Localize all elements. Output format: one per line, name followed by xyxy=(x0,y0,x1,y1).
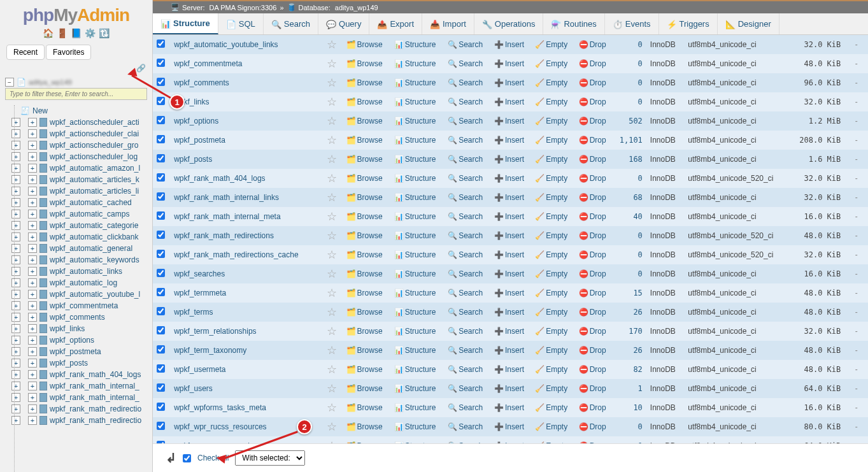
tree-table-item[interactable]: ++wpkf_posts xyxy=(4,357,152,369)
expand-icon[interactable]: + xyxy=(11,404,20,413)
favorite-star[interactable]: ☆ xyxy=(327,38,337,51)
search-action[interactable]: 🔍Search xyxy=(448,40,483,49)
row-checkbox[interactable] xyxy=(157,269,165,277)
row-checkbox[interactable] xyxy=(157,364,165,373)
table-name[interactable]: wpkf_wpforms_tasks_meta xyxy=(174,403,266,412)
drop-action[interactable]: ⛔Drop xyxy=(579,403,606,412)
tree-table-item[interactable]: ++wpkf_automatic_youtube_l xyxy=(4,289,152,300)
structure-action[interactable]: 📊Structure xyxy=(394,136,436,145)
tab-search[interactable]: 🔍Search xyxy=(264,13,318,34)
search-action[interactable]: 🔍Search xyxy=(448,212,483,221)
browse-action[interactable]: 🗂️Browse xyxy=(346,174,383,183)
expand-icon[interactable]: + xyxy=(11,336,20,345)
nav-tree[interactable]: 🧾New ++wpkf_actionscheduler_acti++wpkf_a… xyxy=(0,105,152,472)
table-name[interactable]: wpkf_term_taxonomy xyxy=(174,346,246,355)
tab-structure[interactable]: 📊Structure xyxy=(153,13,218,34)
tab-sql[interactable]: 📄SQL xyxy=(218,13,264,34)
expand-icon[interactable]: + xyxy=(28,370,37,379)
favorite-star[interactable]: ☆ xyxy=(327,57,337,70)
docs-icon[interactable]: 📘 xyxy=(71,28,82,39)
expand-icon[interactable]: + xyxy=(11,359,20,368)
browse-action[interactable]: 🗂️Browse xyxy=(346,193,383,202)
browse-action[interactable]: 🗂️Browse xyxy=(346,346,383,355)
expand-icon[interactable]: + xyxy=(28,141,37,150)
favorite-star[interactable]: ☆ xyxy=(327,401,337,414)
check-all-label[interactable]: Check all xyxy=(197,454,229,462)
favorite-star[interactable]: ☆ xyxy=(327,382,337,395)
expand-icon[interactable]: + xyxy=(11,393,20,402)
favorite-star[interactable]: ☆ xyxy=(327,420,337,433)
browse-action[interactable]: 🗂️Browse xyxy=(346,136,383,145)
drop-action[interactable]: ⛔Drop xyxy=(579,346,606,355)
structure-action[interactable]: 📊Structure xyxy=(394,59,436,68)
expand-icon[interactable]: + xyxy=(11,347,20,356)
structure-action[interactable]: 📊Structure xyxy=(394,40,436,49)
tree-table-item[interactable]: ++wpkf_rank_math_internal_ xyxy=(4,380,152,392)
table-name[interactable]: wpkf_usermeta xyxy=(174,365,225,374)
home-icon[interactable]: 🏠 xyxy=(43,28,54,39)
favorite-star[interactable]: ☆ xyxy=(327,344,337,357)
tree-table-item[interactable]: ++wpkf_commentmeta xyxy=(4,300,152,311)
insert-action[interactable]: ➕Insert xyxy=(494,231,524,240)
tree-table-item[interactable]: ++wpkf_rank_math_internal_ xyxy=(4,392,152,403)
drop-action[interactable]: ⛔Drop xyxy=(579,269,606,278)
expand-icon[interactable]: + xyxy=(28,267,37,276)
row-checkbox[interactable] xyxy=(157,288,165,296)
expand-icon[interactable]: + xyxy=(11,221,20,230)
table-name[interactable]: wpkf_rank_math_internal_meta xyxy=(174,212,280,221)
expand-icon[interactable]: + xyxy=(11,416,20,425)
insert-action[interactable]: ➕Insert xyxy=(494,59,524,68)
favorites-tab[interactable]: Favorites xyxy=(46,45,91,60)
favorite-star[interactable]: ☆ xyxy=(327,287,337,299)
row-checkbox[interactable] xyxy=(157,250,165,258)
row-checkbox[interactable] xyxy=(157,192,165,201)
expand-icon[interactable]: + xyxy=(28,232,37,241)
expand-icon[interactable]: + xyxy=(11,255,20,264)
insert-action[interactable]: ➕Insert xyxy=(494,384,524,393)
row-checkbox[interactable] xyxy=(157,39,165,48)
row-checkbox[interactable] xyxy=(157,383,165,392)
expand-icon[interactable]: + xyxy=(11,370,20,379)
browse-action[interactable]: 🗂️Browse xyxy=(346,40,383,49)
row-checkbox[interactable] xyxy=(157,345,165,354)
favorite-star[interactable]: ☆ xyxy=(327,268,337,280)
drop-action[interactable]: ⛔Drop xyxy=(579,136,606,145)
expand-icon[interactable]: + xyxy=(11,141,20,150)
browse-action[interactable]: 🗂️Browse xyxy=(346,308,383,317)
logo[interactable]: phpMyAdmin 🏠 🚪 📘 ⚙️ 🔃 xyxy=(0,0,152,42)
structure-action[interactable]: 📊Structure xyxy=(394,289,436,297)
recent-tab[interactable]: Recent xyxy=(6,45,45,60)
insert-action[interactable]: ➕Insert xyxy=(494,97,524,106)
expand-icon[interactable]: + xyxy=(11,324,20,333)
drop-action[interactable]: ⛔Drop xyxy=(579,97,606,106)
structure-action[interactable]: 📊Structure xyxy=(394,212,436,221)
drop-action[interactable]: ⛔Drop xyxy=(579,422,606,431)
expand-icon[interactable]: + xyxy=(28,301,37,310)
expand-icon[interactable]: + xyxy=(28,118,37,127)
empty-action[interactable]: 🧹Empty xyxy=(535,422,567,431)
table-name[interactable]: wpkf_posts xyxy=(174,155,212,164)
structure-action[interactable]: 📊Structure xyxy=(394,193,436,202)
search-action[interactable]: 🔍Search xyxy=(448,384,483,393)
tree-table-item[interactable]: ++wpkf_actionscheduler_gro xyxy=(4,139,152,151)
table-name[interactable]: wpkf_options xyxy=(174,117,218,125)
insert-action[interactable]: ➕Insert xyxy=(494,346,524,355)
tree-table-item[interactable]: ++wpkf_automatic_articles_li xyxy=(4,185,152,197)
expand-icon[interactable]: + xyxy=(11,187,20,196)
table-name[interactable]: wpkf_commentmeta xyxy=(174,59,242,68)
search-action[interactable]: 🔍Search xyxy=(448,346,483,355)
empty-action[interactable]: 🧹Empty xyxy=(535,403,567,412)
expand-icon[interactable]: + xyxy=(11,301,20,310)
browse-action[interactable]: 🗂️Browse xyxy=(346,365,383,374)
expand-icon[interactable]: + xyxy=(11,118,20,127)
check-all-checkbox[interactable] xyxy=(183,454,191,462)
browse-action[interactable]: 🗂️Browse xyxy=(346,327,383,336)
expand-icon[interactable]: + xyxy=(11,164,20,173)
expand-icon[interactable]: + xyxy=(28,382,37,390)
row-checkbox[interactable] xyxy=(157,97,165,105)
tree-new[interactable]: 🧾New xyxy=(4,105,152,117)
expand-icon[interactable]: + xyxy=(28,210,37,218)
table-name[interactable]: wpkf_wpr_rucss_resources xyxy=(174,422,266,431)
tree-table-item[interactable]: ++wpkf_automatic_keywords xyxy=(4,254,152,266)
drop-action[interactable]: ⛔Drop xyxy=(579,40,606,49)
